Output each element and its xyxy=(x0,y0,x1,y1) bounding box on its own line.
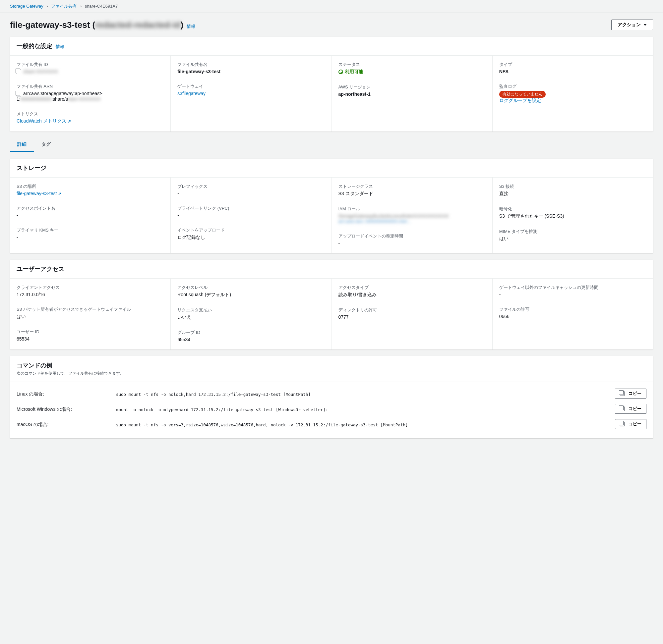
command-row: Microsoft Windows の場合: mount -o nolock -… xyxy=(10,401,653,416)
fileperm-value: 0666 xyxy=(499,314,646,319)
audit-label: 監査ログ xyxy=(499,84,646,89)
mime-value: はい xyxy=(499,236,646,242)
upload-event-value: ログ記録なし xyxy=(177,234,325,240)
status-label: ステータス xyxy=(338,62,486,68)
command-text: sudo mount -t nfs -o vers=3,rsize=104857… xyxy=(116,419,608,428)
kms-value: - xyxy=(17,234,164,240)
access-type-label: アクセスタイプ xyxy=(338,284,486,291)
audit-config-link[interactable]: ロググループを設定 xyxy=(499,98,541,103)
copy-icon xyxy=(620,407,624,411)
info-link[interactable]: 情報 xyxy=(56,44,64,49)
status-value: 利用可能 xyxy=(338,69,486,75)
refresh-label: ゲートウェイ以外のファイルキャッシュの更新時間 xyxy=(499,284,646,291)
action-button[interactable]: アクション xyxy=(611,20,653,30)
tab-detail[interactable]: 詳細 xyxy=(10,138,34,152)
dirperm-value: 0777 xyxy=(338,314,486,320)
copy-icon[interactable] xyxy=(17,70,21,74)
upload-event-label: イベントをアップロード xyxy=(177,227,325,233)
client-access-value: 172.31.0.0/16 xyxy=(17,292,164,297)
copy-button[interactable]: コピー xyxy=(615,404,646,414)
page-title-suffix: ) xyxy=(180,20,183,30)
command-label: Linux の場合: xyxy=(17,389,109,397)
general-title: 一般的な設定 xyxy=(17,42,52,50)
breadcrumb-sep: › xyxy=(80,4,82,8)
action-button-label: アクション xyxy=(618,22,641,28)
s3conn-value: 直接 xyxy=(499,191,646,197)
storage-title: ストレージ xyxy=(17,164,46,172)
command-row: macOS の場合: sudo mount -t nfs -o vers=3,r… xyxy=(10,416,653,432)
command-row: Linux の場合: sudo mount -t nfs -o nolock,h… xyxy=(10,386,653,401)
general-settings-panel: 一般的な設定 情報 ファイル共有 ID share-XXXXXXX ファイル共有… xyxy=(10,37,653,132)
command-text: sudo mount -t nfs -o nolock,hard 172.31.… xyxy=(116,389,608,398)
region-label: AWS リージョン xyxy=(338,84,486,90)
general-grid: ファイル共有 ID share-XXXXXXX ファイル共有 ARN arn:a… xyxy=(10,56,653,132)
gateway-link[interactable]: s3filegateway xyxy=(177,91,325,96)
share-name-label: ファイル共有名 xyxy=(177,62,325,68)
page-title-prefix: file-gateway-s3-test ( xyxy=(10,20,95,30)
uid-value: 65534 xyxy=(17,336,164,342)
command-label: Microsoft Windows の場合: xyxy=(17,404,109,412)
privatelink-label: プライベートリンク (VPC) xyxy=(177,205,325,211)
settle-label: アップロードイベントの整定時間 xyxy=(338,233,486,239)
copy-icon xyxy=(620,422,624,427)
commands-title: コマンドの例 xyxy=(17,362,52,369)
s3conn-label: S3 接続 xyxy=(499,184,646,189)
mime-label: MIME タイプを推測 xyxy=(499,229,646,234)
client-access-label: クライアントアクセス xyxy=(17,284,164,291)
owner-access-label: S3 バケット所有者がアクセスできるゲートウェイファイル xyxy=(17,306,164,313)
breadcrumb: Storage Gateway › ファイル共有 › share-C4E691A… xyxy=(0,0,663,13)
breadcrumb-sep: › xyxy=(46,4,48,8)
storageclass-value: S3 スタンダード xyxy=(338,191,486,197)
requester-label: リクエスタ支払い xyxy=(177,307,325,313)
share-id-label: ファイル共有 ID xyxy=(17,62,164,68)
share-id-value: share-XXXXXXX xyxy=(17,69,164,74)
owner-access-value: はい xyxy=(17,314,164,320)
storage-panel: ストレージ S3 の場所 file-gateway-s3-test アクセスポイ… xyxy=(10,159,653,253)
iam-role-value: StorageGatewayBucketAccessRoleXXXXXXXXXX… xyxy=(338,213,486,224)
audit-value: 有効になっていません ロググループを設定 xyxy=(499,91,646,104)
copy-button[interactable]: コピー xyxy=(615,389,646,398)
privatelink-value: - xyxy=(177,213,325,218)
access-level-label: アクセスレベル xyxy=(177,284,325,291)
user-access-title: ユーザーアクセス xyxy=(17,265,64,273)
refresh-value: - xyxy=(499,292,646,297)
accesspoint-value: - xyxy=(17,213,164,218)
iam-role-label: IAM ロール xyxy=(338,206,486,212)
page-title: file-gateway-s3-test (redacted-redacted-… xyxy=(10,20,183,30)
chevron-down-icon xyxy=(643,24,647,26)
region-value: ap-northeast-1 xyxy=(338,91,486,97)
info-link[interactable]: 情報 xyxy=(186,24,195,29)
prefix-label: プレフィックス xyxy=(177,184,325,189)
copy-button[interactable]: コピー xyxy=(615,419,646,429)
copy-icon[interactable] xyxy=(17,92,21,96)
metrics-label: メトリクス xyxy=(17,111,164,117)
gateway-label: ゲートウェイ xyxy=(177,84,325,89)
commands-panel: コマンドの例 次のコマンド例を使用して、ファイル共有に接続できます。 Linux… xyxy=(10,356,653,438)
command-text: mount -o nolock -o mtype=hard 172.31.15.… xyxy=(116,404,608,413)
access-level-value: Root squash (デフォルト) xyxy=(177,292,325,298)
enc-label: 暗号化 xyxy=(499,206,646,212)
share-arn-label: ファイル共有 ARN xyxy=(17,84,164,89)
tab-tag[interactable]: タグ xyxy=(34,138,58,152)
type-label: タイプ xyxy=(499,62,646,68)
access-type-value: 読み取り/書き込み xyxy=(338,292,486,298)
accesspoint-label: アクセスポイント名 xyxy=(17,205,164,211)
s3-location-link[interactable]: file-gateway-s3-test xyxy=(17,191,164,196)
fileperm-label: ファイルの許可 xyxy=(499,306,646,313)
copy-icon xyxy=(620,391,624,396)
dirperm-label: ディレクトリの許可 xyxy=(338,307,486,313)
kms-label: プライマリ KMS キー xyxy=(17,227,164,233)
requester-value: いいえ xyxy=(177,314,325,320)
breadcrumb-current: share-C4E691A7 xyxy=(85,4,118,8)
check-circle-icon xyxy=(338,70,343,74)
metrics-link[interactable]: CloudWatch メトリクス xyxy=(17,118,164,124)
breadcrumb-root[interactable]: Storage Gateway xyxy=(10,4,43,8)
gid-label: グループ ID xyxy=(177,330,325,336)
gid-value: 65534 xyxy=(177,337,325,342)
type-value: NFS xyxy=(499,69,646,74)
enc-value: S3 で管理されたキー (SSE-S3) xyxy=(499,213,646,219)
prefix-value: - xyxy=(177,191,325,196)
status-badge: 有効になっていません xyxy=(499,91,546,98)
s3-location-label: S3 の場所 xyxy=(17,184,164,189)
breadcrumb-mid[interactable]: ファイル共有 xyxy=(51,4,77,8)
